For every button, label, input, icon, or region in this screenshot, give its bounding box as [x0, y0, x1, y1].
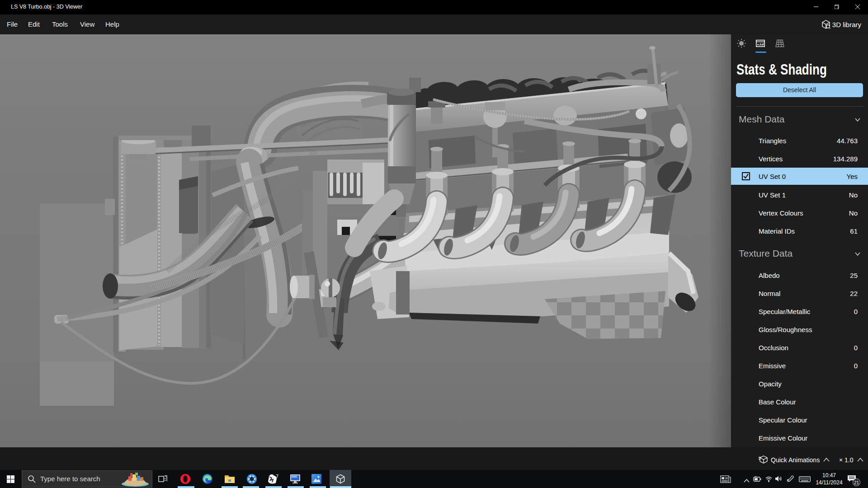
svg-text:7: 7: [276, 474, 278, 479]
